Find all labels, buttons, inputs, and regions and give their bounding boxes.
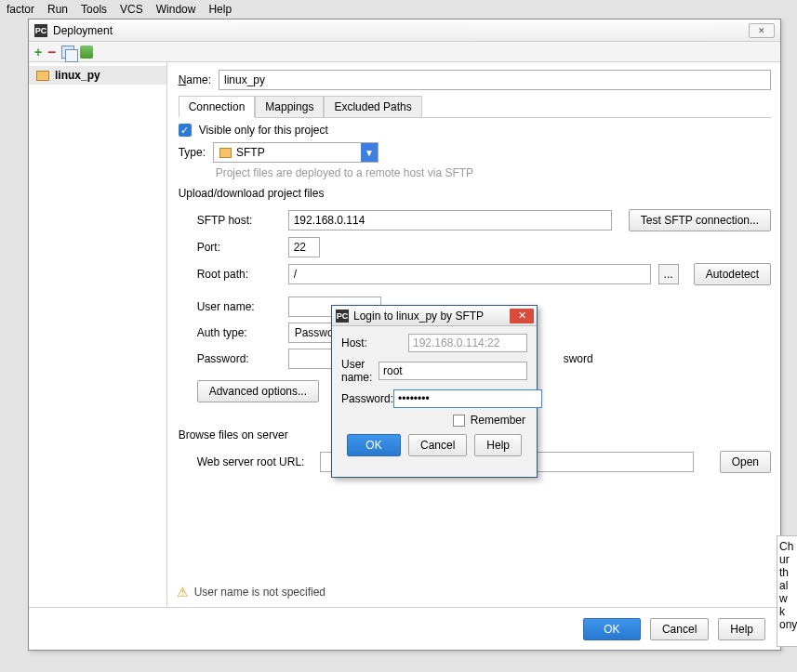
app-icon: PC — [336, 310, 349, 323]
sftp-host-label: SFTP host: — [197, 214, 281, 227]
auth-type-value: Passwo — [295, 326, 334, 339]
visible-only-label: Visible only for this project — [199, 124, 328, 137]
login-password-input[interactable] — [393, 389, 542, 408]
cancel-button[interactable]: Cancel — [650, 618, 709, 640]
copy-icon[interactable] — [61, 46, 74, 59]
validation-warning: ⚠ User name is not specified — [177, 585, 325, 600]
login-titlebar: PC Login to linux_py by SFTP ✕ — [332, 306, 537, 326]
login-help-button[interactable]: Help — [474, 434, 522, 456]
close-icon[interactable]: ✕ — [510, 309, 534, 323]
tab-excluded-paths[interactable]: Excluded Paths — [324, 96, 421, 117]
server-item-linux_py[interactable]: linux_py — [29, 66, 166, 85]
sftp-icon — [219, 148, 232, 158]
port-input[interactable] — [288, 237, 320, 257]
type-hint: Project files are deployed to a remote h… — [216, 166, 771, 179]
dialog-footer: OK Cancel Help — [29, 607, 780, 650]
menu-run[interactable]: Run — [41, 3, 74, 16]
login-password-label: Password: — [341, 392, 393, 405]
dialog-titlebar: PC Deployment ✕ — [29, 20, 780, 42]
advanced-options-button[interactable]: Advanced options... — [197, 380, 319, 402]
upload-section-header: Upload/download project files — [179, 187, 771, 200]
dialog-title: Deployment — [53, 24, 745, 37]
open-button[interactable]: Open — [720, 451, 771, 473]
default-icon[interactable] — [80, 46, 93, 59]
warning-text: User name is not specified — [194, 586, 325, 599]
menu-tools[interactable]: Tools — [74, 3, 113, 16]
remove-icon[interactable]: – — [47, 47, 56, 57]
name-input[interactable] — [219, 70, 771, 90]
menu-refactor[interactable]: factor — [0, 3, 41, 16]
autodetect-button[interactable]: Autodetect — [694, 263, 771, 285]
sftp-host-input[interactable] — [288, 210, 612, 231]
type-value: SFTP — [236, 146, 265, 159]
login-host-input: 192.168.0.114:22 — [408, 334, 527, 352]
ok-button[interactable]: OK — [583, 618, 641, 640]
menu-vcs[interactable]: VCS — [113, 3, 150, 16]
app-icon: PC — [34, 24, 47, 37]
type-dropdown[interactable]: SFTP ▼ — [213, 142, 379, 163]
root-path-input[interactable] — [288, 264, 651, 284]
tab-connection[interactable]: Connection — [179, 96, 256, 118]
server-list: linux_py — [29, 62, 167, 607]
root-path-label: Root path: — [197, 268, 281, 281]
login-user-label: User name: — [341, 358, 379, 384]
type-label: Type: — [179, 146, 206, 159]
deployment-toolbar: + – — [29, 42, 780, 62]
tip-balloon: Ch ur th al w k ony — [777, 535, 797, 647]
name-label: Name: — [179, 73, 211, 86]
main-menubar[interactable]: factor Run Tools VCS Window Help — [0, 0, 797, 19]
user-name-label: User name: — [197, 300, 281, 313]
chevron-down-icon: ▼ — [361, 143, 378, 162]
login-dialog: PC Login to linux_py by SFTP ✕ Host: 192… — [331, 305, 538, 478]
menu-help[interactable]: Help — [202, 3, 238, 16]
password-label: Password: — [197, 352, 281, 365]
login-host-label: Host: — [341, 336, 408, 349]
visible-only-checkbox[interactable]: ✓ — [179, 124, 192, 137]
auth-type-label: Auth type: — [197, 326, 281, 339]
login-title: Login to linux_py by SFTP — [353, 310, 510, 323]
server-type-icon — [36, 71, 49, 81]
login-user-input[interactable] — [379, 362, 527, 380]
warning-icon: ⚠ — [177, 585, 189, 600]
add-icon[interactable]: + — [34, 45, 42, 59]
port-label: Port: — [197, 241, 281, 254]
login-cancel-button[interactable]: Cancel — [408, 434, 467, 456]
help-button[interactable]: Help — [718, 618, 765, 640]
server-item-label: linux_py — [55, 69, 100, 82]
web-url-label: Web server root URL: — [197, 455, 312, 468]
close-button[interactable]: ✕ — [749, 23, 775, 38]
save-password-partial: sword — [564, 352, 593, 365]
login-ok-button[interactable]: OK — [347, 434, 401, 456]
remember-label: Remember — [471, 414, 525, 427]
remember-checkbox[interactable] — [453, 415, 465, 427]
test-connection-button[interactable]: Test SFTP connection... — [629, 209, 771, 231]
browse-button[interactable]: ... — [658, 264, 679, 284]
menu-window[interactable]: Window — [150, 3, 203, 16]
tab-mappings[interactable]: Mappings — [255, 96, 324, 117]
